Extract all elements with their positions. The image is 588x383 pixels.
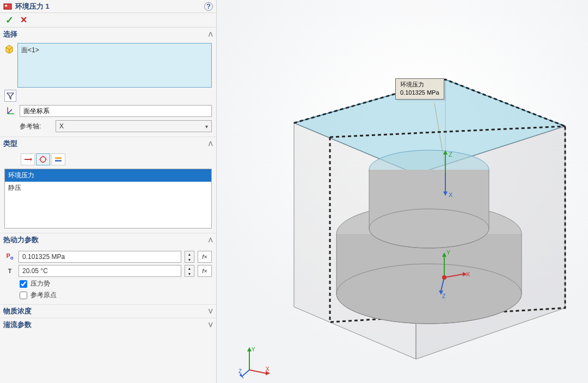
section-head-thermo[interactable]: 热动力参数 ᐱ bbox=[0, 233, 216, 246]
pressure-type-list[interactable]: 环境压力 静压 bbox=[4, 169, 212, 228]
svg-rect-15 bbox=[55, 157, 62, 159]
pressure-fx-button[interactable]: f× bbox=[198, 251, 212, 263]
ref-axis-dropdown[interactable]: X ▾ bbox=[56, 120, 212, 132]
coord-system-input[interactable] bbox=[20, 105, 212, 117]
section-body-selection: 面<1> 参考轴: X ▾ bbox=[0, 41, 216, 137]
svg-text:X: X bbox=[449, 192, 453, 198]
svg-marker-41 bbox=[247, 347, 252, 351]
svg-text:Y: Y bbox=[252, 347, 255, 353]
pressure-icon: Po bbox=[4, 252, 15, 261]
pressure-input[interactable]: 0.101325 MPa bbox=[19, 251, 181, 263]
section-label: 类型 bbox=[3, 139, 209, 149]
section-label: 物质浓度 bbox=[3, 306, 209, 316]
svg-rect-16 bbox=[55, 160, 62, 162]
svg-marker-9 bbox=[30, 158, 32, 161]
svg-rect-1 bbox=[5, 5, 7, 7]
spin-down-icon[interactable]: ▼ bbox=[185, 257, 194, 262]
viewport-triad: Y X Z bbox=[238, 346, 271, 379]
chevron-down-icon: ᐯ bbox=[209, 308, 213, 315]
pressure-callout[interactable]: 环境压力 0.101325 MPa bbox=[395, 78, 444, 100]
svg-point-10 bbox=[40, 157, 46, 162]
ref-origin-label: 参考原点 bbox=[30, 291, 57, 300]
confirm-row: ✓ ✕ bbox=[0, 13, 216, 27]
spin-up-icon[interactable]: ▲ bbox=[185, 251, 194, 257]
type-item-env-pressure[interactable]: 环境压力 bbox=[5, 169, 211, 182]
coord-system-icon bbox=[4, 106, 16, 116]
ok-button[interactable]: ✓ bbox=[5, 14, 14, 26]
chevron-down-icon: ᐯ bbox=[209, 322, 213, 329]
svg-text:X: X bbox=[266, 366, 270, 372]
ref-origin-checkbox[interactable] bbox=[20, 292, 27, 299]
type-icon-flow[interactable] bbox=[21, 153, 35, 165]
section-head-type[interactable]: 类型 ᐱ bbox=[0, 137, 216, 150]
pressure-head-checkbox[interactable] bbox=[20, 280, 27, 288]
chevron-up-icon: ᐱ bbox=[209, 31, 213, 38]
type-icon-wall[interactable] bbox=[51, 153, 65, 165]
spin-down-icon[interactable]: ▼ bbox=[185, 271, 194, 276]
chevron-up-icon: ᐱ bbox=[209, 140, 213, 147]
section-head-selection[interactable]: 选择 ᐱ bbox=[0, 27, 216, 41]
filter-button[interactable] bbox=[4, 90, 16, 102]
face-selection-item[interactable]: 面<1> bbox=[21, 46, 208, 55]
svg-text:X: X bbox=[466, 271, 470, 277]
panel-title: 环境压力 1 bbox=[15, 2, 201, 11]
pressure-head-label: 压力势 bbox=[30, 279, 50, 288]
temperature-icon: T bbox=[4, 268, 15, 274]
chevron-up-icon: ᐱ bbox=[209, 237, 213, 244]
chevron-down-icon: ▾ bbox=[205, 123, 208, 129]
help-icon[interactable]: ? bbox=[204, 2, 213, 11]
spin-up-icon[interactable]: ▲ bbox=[185, 265, 194, 271]
callout-title: 环境压力 bbox=[400, 81, 424, 89]
section-body-thermo: Po 0.101325 MPa ▲▼ f× T 20.05 °C ▲▼ f× 压… bbox=[0, 246, 216, 304]
section-body-type: 环境压力 静压 bbox=[0, 150, 216, 233]
svg-line-42 bbox=[249, 370, 266, 373]
callout-value: 0.101325 MPa bbox=[400, 89, 439, 97]
ref-axis-value: X bbox=[59, 122, 64, 130]
pressure-spinner[interactable]: ▲▼ bbox=[185, 251, 194, 263]
feature-icon bbox=[3, 2, 12, 11]
type-item-static-pressure[interactable]: 静压 bbox=[5, 182, 211, 194]
property-panel: 环境压力 1 ? ✓ ✕ 选择 ᐱ 面<1> bbox=[0, 0, 217, 383]
face-selection-list[interactable]: 面<1> bbox=[17, 43, 212, 88]
face-selection-icon bbox=[4, 44, 14, 54]
panel-header: 环境压力 1 ? bbox=[0, 0, 216, 13]
type-icon-pressure[interactable] bbox=[36, 153, 50, 165]
section-label: 湍流参数 bbox=[3, 320, 209, 330]
svg-line-44 bbox=[242, 370, 249, 376]
svg-line-7 bbox=[8, 109, 12, 114]
temperature-spinner[interactable]: ▲▼ bbox=[185, 265, 194, 277]
type-icon-row bbox=[4, 152, 212, 166]
model-viewport[interactable]: Z X Y X Z 环境压力 0.101325 MPa Y X Z bbox=[217, 0, 588, 383]
svg-marker-4 bbox=[7, 93, 14, 99]
svg-text:Z: Z bbox=[449, 151, 452, 158]
section-head-concentration[interactable]: 物质浓度 ᐯ bbox=[0, 304, 216, 318]
svg-point-36 bbox=[442, 275, 446, 280]
scene-svg: Z X Y X Z bbox=[217, 0, 588, 383]
cancel-button[interactable]: ✕ bbox=[20, 15, 27, 25]
section-head-turbulence[interactable]: 湍流参数 ᐯ bbox=[0, 318, 216, 331]
svg-text:Y: Y bbox=[446, 249, 451, 256]
temperature-input[interactable]: 20.05 °C bbox=[19, 265, 181, 277]
ref-axis-label: 参考轴: bbox=[20, 122, 52, 131]
section-label: 选择 bbox=[3, 29, 209, 39]
section-label: 热动力参数 bbox=[3, 235, 209, 245]
temperature-fx-button[interactable]: f× bbox=[198, 265, 212, 277]
svg-text:Z: Z bbox=[238, 368, 242, 374]
svg-text:Z: Z bbox=[442, 293, 446, 299]
